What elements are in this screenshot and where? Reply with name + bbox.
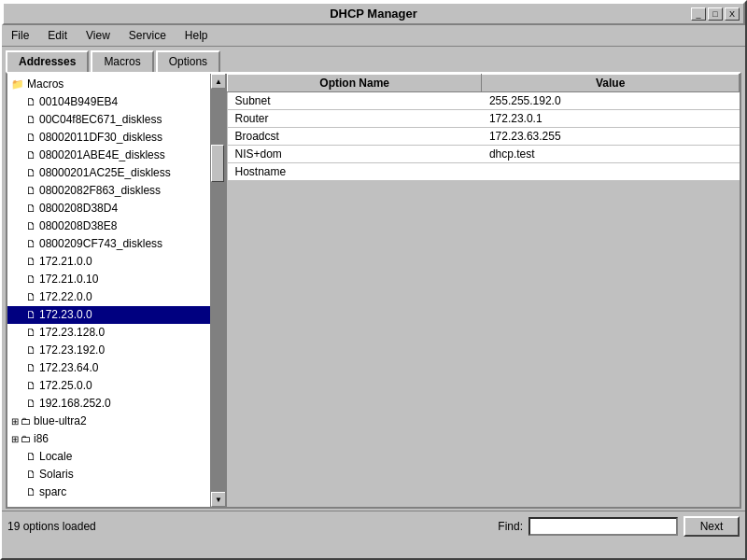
file-icon: 🗋	[26, 254, 36, 270]
col-option-name: Option Name	[228, 75, 482, 92]
file-icon: 🗋	[26, 325, 36, 341]
status-text: 19 options loaded	[7, 520, 498, 533]
title-bar: DHCP Manager _ □ X	[2, 2, 745, 25]
cell-option: NIS+dom	[228, 146, 482, 163]
options-table: Option Name Value Subnet255.255.192.0Rou…	[227, 74, 740, 181]
menu-file[interactable]: File	[2, 27, 38, 44]
menu-view[interactable]: View	[77, 27, 120, 44]
file-icon: 🗋	[26, 396, 36, 412]
tree-root[interactable]: 📁Macros	[7, 76, 210, 93]
table-row[interactable]: Broadcst172.23.63.255	[228, 128, 740, 146]
next-button[interactable]: Next	[684, 516, 740, 537]
menu-bar: File Edit View Service Help	[2, 25, 745, 47]
cell-option: Router	[228, 110, 482, 128]
cell-value	[482, 163, 740, 181]
maximize-button[interactable]: □	[708, 7, 723, 21]
tree-item[interactable]: 🗋0800208D38D4	[7, 200, 210, 217]
tree-item[interactable]: 🗋192.168.252.0	[7, 395, 210, 413]
tree-item[interactable]: 🗋08002082F863_diskless	[7, 182, 210, 200]
folder-open-icon: 🗀	[21, 413, 31, 429]
tree-item[interactable]: 🗋08002011DF30_diskless	[7, 129, 210, 147]
tree-item[interactable]: 🗋0800209CF743_diskless	[7, 235, 210, 253]
tree-container: 📁Macros🗋00104B949EB4🗋00C04f8EC671_diskle…	[7, 74, 225, 507]
scroll-down-button[interactable]: ▼	[211, 492, 225, 507]
cell-option: Subnet	[228, 92, 482, 110]
tree-item[interactable]: 🗋172.23.192.0	[7, 342, 210, 359]
find-label: Find:	[498, 520, 523, 533]
cell-value: 172.23.63.255	[482, 128, 740, 146]
file-icon: 🗋	[26, 112, 36, 128]
window-title: DHCP Manager	[330, 7, 417, 21]
window: DHCP Manager _ □ X File Edit View Servic…	[0, 0, 747, 560]
file-icon: 🗋	[26, 343, 36, 358]
find-input[interactable]	[529, 517, 678, 536]
tree-item[interactable]: 🗋Locale	[7, 448, 210, 466]
cell-option: Hostname	[228, 163, 482, 181]
scroll-thumb[interactable]	[211, 145, 224, 182]
main-content: 📁Macros🗋00104B949EB4🗋00C04f8EC671_diskle…	[6, 72, 741, 509]
menu-service[interactable]: Service	[120, 27, 176, 44]
options-panel: Option Name Value Subnet255.255.192.0Rou…	[227, 74, 740, 507]
tree-item[interactable]: ⊞🗀blue-ultra2	[7, 413, 210, 430]
tree-item[interactable]: 🗋sparc	[7, 483, 210, 501]
tree-item[interactable]: 🗋172.21.0.10	[7, 271, 210, 288]
file-icon: 🗋	[26, 183, 36, 199]
file-icon: 🗋	[26, 218, 36, 234]
file-icon: 🗋	[26, 467, 36, 483]
col-value: Value	[482, 75, 740, 92]
table-row[interactable]: Subnet255.255.192.0	[228, 92, 740, 110]
tab-addresses[interactable]: Addresses	[6, 50, 89, 72]
file-icon: 🗋	[26, 165, 36, 181]
tree-item[interactable]: 🗋08000201AC25E_diskless	[7, 164, 210, 182]
tree-item[interactable]: 🗋0800208D38E8	[7, 217, 210, 235]
menu-help[interactable]: Help	[176, 27, 218, 44]
file-icon: 🗋	[26, 201, 36, 217]
file-icon: 🗋	[26, 484, 36, 500]
file-icon: 🗋	[26, 272, 36, 287]
tree-item[interactable]: 🗋00104B949EB4	[7, 93, 210, 111]
tree-item[interactable]: ⊞🗀i86	[7, 430, 210, 448]
tree-item[interactable]: 🗋172.25.0.0	[7, 377, 210, 395]
file-icon: 🗋	[26, 130, 36, 146]
cell-value: 255.255.192.0	[482, 92, 740, 110]
tab-bar: Addresses Macros Options	[2, 47, 745, 72]
tree-panel: 📁Macros🗋00104B949EB4🗋00C04f8EC671_diskle…	[7, 74, 227, 507]
tree-item[interactable]: 🗋172.23.128.0	[7, 324, 210, 342]
tree-item[interactable]: 🗋00C04f8EC671_diskless	[7, 111, 210, 129]
file-icon: 🗋	[26, 289, 36, 305]
tab-options[interactable]: Options	[156, 50, 220, 72]
status-bar: 19 options loaded Find: Next	[2, 511, 745, 540]
tree-item[interactable]: 🗋172.23.64.0	[7, 359, 210, 377]
menu-edit[interactable]: Edit	[38, 27, 77, 44]
tree-item[interactable]: 🗋172.23.0.0	[7, 306, 210, 324]
file-icon: 🗋	[26, 378, 36, 394]
close-button[interactable]: X	[725, 7, 740, 21]
file-icon: 🗋	[26, 236, 36, 252]
scroll-track	[211, 89, 225, 492]
folder-icon: 📁	[11, 77, 24, 92]
tree-scrollbar[interactable]: ▲ ▼	[210, 74, 225, 507]
scroll-up-button[interactable]: ▲	[211, 74, 225, 89]
window-controls: _ □ X	[691, 7, 740, 21]
minimize-button[interactable]: _	[691, 7, 706, 21]
tab-macros[interactable]: Macros	[91, 50, 153, 72]
cell-value: 172.23.0.1	[482, 110, 740, 128]
folder-open-icon: 🗀	[21, 431, 31, 447]
table-row[interactable]: NIS+domdhcp.test	[228, 146, 740, 163]
tree-item[interactable]: 🗋172.22.0.0	[7, 288, 210, 306]
tree-item[interactable]: 🗋0800201ABE4E_diskless	[7, 147, 210, 164]
cell-value: dhcp.test	[482, 146, 740, 163]
file-icon: 🗋	[26, 94, 36, 110]
tree-item[interactable]: 🗋172.21.0.0	[7, 253, 210, 271]
file-icon: 🗋	[26, 449, 36, 465]
table-row[interactable]: Hostname	[228, 163, 740, 181]
tree-list[interactable]: 📁Macros🗋00104B949EB4🗋00C04f8EC671_diskle…	[7, 74, 210, 507]
table-row[interactable]: Router172.23.0.1	[228, 110, 740, 128]
file-icon: 🗋	[26, 147, 36, 163]
file-icon: 🗋	[26, 307, 36, 323]
cell-option: Broadcst	[228, 128, 482, 146]
tree-item[interactable]: 🗋Solaris	[7, 466, 210, 483]
file-icon: 🗋	[26, 360, 36, 376]
